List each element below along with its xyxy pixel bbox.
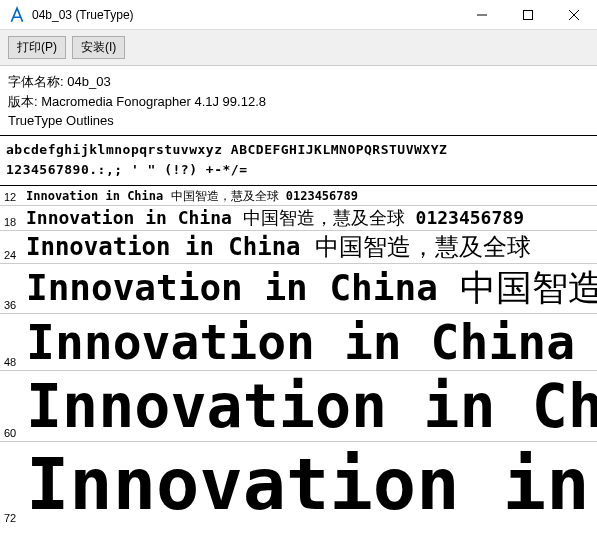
font-version-row: 版本: Macromedia Fonographer 4.1J 99.12.8 [8,92,589,112]
size-label: 24 [4,249,26,263]
font-name-row: 字体名称: 04b_03 [8,72,589,92]
font-name-label: 字体名称: [8,74,67,89]
sample-latin: Innovation in China [26,189,163,203]
glyph-symbols: 1234567890.:,; ' " (!?) +-*/= [6,160,591,181]
font-name-value: 04b_03 [67,74,110,89]
sample-latin: Innovation in China [26,371,597,441]
maximize-button[interactable] [505,0,551,30]
size-label: 12 [4,191,26,205]
sample-row: 24 Innovation in China 中国智造，慧及全球 [0,231,597,264]
sample-cjk: 中国智造，慧及全球 [171,188,279,205]
sample-row: 72 Innovation in China [0,442,597,526]
sample-latin: Innovation in China [26,207,232,228]
size-label: 18 [4,216,26,230]
install-button[interactable]: 安装(I) [72,36,125,59]
sample-row: 36 Innovation in China 中国智造，慧及全球 [0,264,597,314]
font-version-label: 版本: [8,94,41,109]
font-version-value: Macromedia Fonographer 4.1J 99.12.8 [41,94,266,109]
sample-digits: 0123456789 [286,189,358,203]
sample-digits: 0123456789 [416,207,524,228]
sample-latin: Innovation in China [26,314,575,370]
sample-cjk: 中国智造，慧及全球 [460,264,598,313]
sample-cjk: 中国智造，慧及全球 [315,231,531,263]
print-button[interactable]: 打印(P) [8,36,66,59]
size-label: 36 [4,299,26,313]
svg-rect-0 [524,10,533,19]
sample-row: 60 Innovation in China [0,371,597,442]
window-title: 04b_03 (TrueType) [32,8,459,22]
sample-latin: Innovation in China [26,233,301,261]
titlebar: 04b_03 (TrueType) [0,0,597,30]
glyph-preview: abcdefghijklmnopqrstuvwxyz ABCDEFGHIJKLM… [0,135,597,187]
size-label: 48 [4,356,26,370]
sample-row: 18 Innovation in China 中国智造，慧及全球 0123456… [0,206,597,231]
sample-row: 12 Innovation in China 中国智造，慧及全球 0123456… [0,188,597,206]
size-label: 60 [4,427,26,441]
sample-cjk: 中国智造，慧及全球 [243,206,405,230]
font-info: 字体名称: 04b_03 版本: Macromedia Fonographer … [0,66,597,135]
sample-latin: Innovation in China [26,442,597,526]
font-outlines: TrueType Outlines [8,111,589,131]
toolbar: 打印(P) 安装(I) [0,30,597,66]
sample-list: 12 Innovation in China 中国智造，慧及全球 0123456… [0,186,597,526]
sample-latin: Innovation in China [26,267,438,308]
size-label: 72 [4,512,26,526]
font-app-icon [8,6,26,24]
close-button[interactable] [551,0,597,30]
minimize-button[interactable] [459,0,505,30]
sample-row: 48 Innovation in China [0,314,597,371]
glyph-alphabet: abcdefghijklmnopqrstuvwxyz ABCDEFGHIJKLM… [6,140,591,161]
